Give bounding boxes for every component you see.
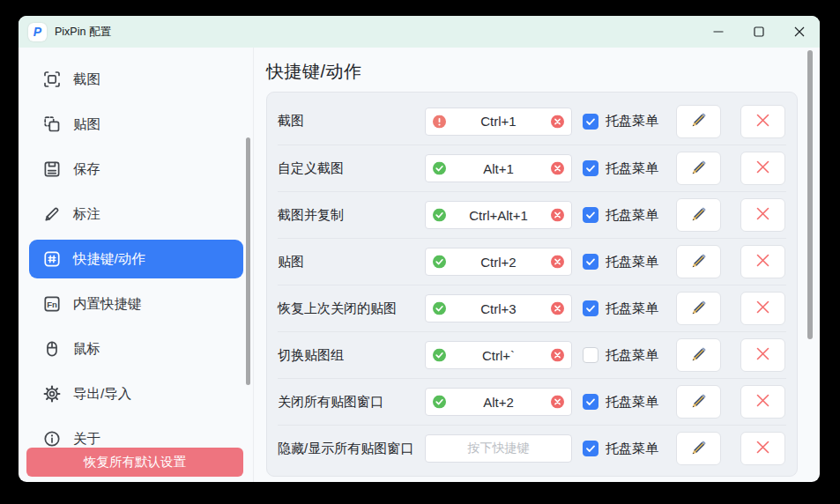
clear-hotkey-icon[interactable] xyxy=(551,162,564,175)
clear-hotkey-icon[interactable] xyxy=(551,115,564,128)
pencil-icon xyxy=(690,392,708,412)
clear-hotkey-icon[interactable] xyxy=(551,256,564,269)
hotkey-input[interactable]: Ctrl+2 xyxy=(425,248,572,276)
pencil-icon xyxy=(690,299,708,319)
sidebar-item-label: 标注 xyxy=(73,205,100,224)
delete-hotkey-button[interactable] xyxy=(740,198,785,232)
sidebar-item-7[interactable]: 鼠标 xyxy=(29,330,243,368)
hotkey-row-label: 截图并复制 xyxy=(278,207,425,224)
sidebar-item-5[interactable]: 快捷键/动作 xyxy=(29,240,243,278)
sidebar-item-3[interactable]: 保存 xyxy=(29,150,243,189)
edit-hotkey-button[interactable] xyxy=(676,105,721,138)
clear-hotkey-icon[interactable] xyxy=(551,209,564,222)
edit-hotkey-button[interactable] xyxy=(676,152,721,185)
tray-menu-checkbox[interactable] xyxy=(583,441,598,456)
svg-text:Fn: Fn xyxy=(47,300,57,309)
pencil-icon xyxy=(690,439,708,459)
sidebar-item-label: 内置快捷键 xyxy=(73,295,142,314)
pencil-icon xyxy=(690,252,708,272)
hotkey-valid-icon xyxy=(433,396,446,409)
hotkey-value: 按下快捷键 xyxy=(468,441,530,456)
page-title: 快捷键/动作 xyxy=(266,60,820,84)
hotkey-value: Ctrl+2 xyxy=(480,255,516,270)
delete-hotkey-button[interactable] xyxy=(740,292,785,325)
tray-menu-checkbox[interactable] xyxy=(583,207,598,223)
edit-hotkey-button[interactable] xyxy=(676,198,721,232)
delete-hotkey-button[interactable] xyxy=(740,152,785,185)
hotkey-value: Ctrl+3 xyxy=(480,301,516,316)
sidebar-item-6[interactable]: Fn 内置快捷键 xyxy=(29,285,243,323)
export-import-icon xyxy=(42,384,62,404)
clear-hotkey-icon[interactable] xyxy=(551,349,564,362)
hotkey-row-label: 自定义截图 xyxy=(278,160,425,177)
pixpin-config-window: P PixPin 配置 截图 贴图 xyxy=(19,16,820,482)
sidebar-item-1[interactable]: 截图 xyxy=(29,60,243,99)
edit-hotkey-button[interactable] xyxy=(676,245,721,278)
hotkey-row: 截图并复制 Ctrl+Alt+1 托盘菜单 xyxy=(278,191,786,238)
edit-hotkey-button[interactable] xyxy=(676,385,721,419)
sidebar-item-label: 快捷键/动作 xyxy=(73,250,145,269)
hotkey-value: Alt+2 xyxy=(483,395,514,410)
tray-menu-label: 托盘菜单 xyxy=(606,160,658,177)
pencil-icon xyxy=(690,159,708,179)
delete-x-icon xyxy=(755,206,770,224)
restore-defaults-button[interactable]: 恢复所有默认设置 xyxy=(26,448,243,477)
tray-menu-checkbox[interactable] xyxy=(583,300,598,316)
close-button[interactable] xyxy=(779,16,820,48)
hotkey-input[interactable]: Alt+2 xyxy=(425,388,572,416)
tray-menu-checkbox[interactable] xyxy=(583,254,598,270)
tray-menu-option: 托盘菜单 xyxy=(583,347,658,364)
tray-menu-checkbox[interactable] xyxy=(583,114,598,130)
delete-hotkey-button[interactable] xyxy=(740,432,785,465)
delete-hotkey-button[interactable] xyxy=(740,338,785,372)
hotkey-input[interactable]: 按下快捷键 xyxy=(425,434,572,463)
hotkey-value: Ctrl+Alt+1 xyxy=(469,208,528,223)
clear-hotkey-icon[interactable] xyxy=(551,302,564,315)
sidebar-scrollbar[interactable] xyxy=(246,137,250,385)
hotkey-valid-icon xyxy=(433,162,446,175)
hotkey-row: 贴图 Ctrl+2 托盘菜单 xyxy=(278,238,786,285)
delete-hotkey-button[interactable] xyxy=(740,385,785,419)
edit-hotkey-button[interactable] xyxy=(676,432,721,465)
hotkey-input[interactable]: Ctrl+3 xyxy=(425,294,572,322)
tray-menu-checkbox[interactable] xyxy=(583,394,598,410)
hotkey-warning-icon xyxy=(433,115,446,128)
clear-hotkey-icon[interactable] xyxy=(551,396,564,409)
delete-x-icon xyxy=(755,159,770,177)
sidebar-item-4[interactable]: 标注 xyxy=(29,195,243,233)
hotkey-input[interactable]: Ctrl+Alt+1 xyxy=(425,201,572,229)
hotkey-row: 隐藏/显示所有贴图窗口 按下快捷键 托盘菜单 xyxy=(278,425,786,471)
delete-x-icon xyxy=(755,393,770,411)
app-logo-letter: P xyxy=(33,26,41,38)
delete-hotkey-button[interactable] xyxy=(740,245,785,278)
hotkey-valid-icon xyxy=(433,256,446,269)
hotkey-row: 自定义截图 Alt+1 托盘菜单 xyxy=(278,145,786,191)
hotkey-input[interactable]: Ctrl+` xyxy=(425,341,572,369)
app-logo: P xyxy=(28,23,47,41)
maximize-button[interactable] xyxy=(739,16,779,48)
content-scrollbar[interactable] xyxy=(807,50,813,339)
sidebar-item-2[interactable]: 贴图 xyxy=(29,105,243,144)
hotkey-input[interactable]: Ctrl+1 xyxy=(425,107,572,136)
minimize-icon xyxy=(713,26,724,37)
sidebar-item-label: 导出/导入 xyxy=(73,385,131,404)
hotkey-row-label: 切换贴图组 xyxy=(278,347,425,364)
tray-menu-option: 托盘菜单 xyxy=(583,441,658,457)
sidebar-item-8[interactable]: 导出/导入 xyxy=(29,374,243,413)
edit-hotkey-button[interactable] xyxy=(676,292,721,325)
minimize-button[interactable] xyxy=(698,16,739,48)
hotkey-input[interactable]: Alt+1 xyxy=(425,154,572,182)
hotkey-icon xyxy=(42,249,62,269)
tray-menu-option: 托盘菜单 xyxy=(583,113,658,130)
edit-hotkey-button[interactable] xyxy=(676,338,721,372)
tray-menu-label: 托盘菜单 xyxy=(606,300,658,317)
tray-menu-checkbox[interactable] xyxy=(583,347,598,363)
delete-x-icon xyxy=(755,253,770,271)
tray-menu-label: 托盘菜单 xyxy=(606,207,658,224)
about-icon xyxy=(42,429,62,448)
hotkey-row: 恢复上次关闭的贴图 Ctrl+3 托盘菜单 xyxy=(278,285,786,331)
tray-menu-option: 托盘菜单 xyxy=(583,254,658,271)
delete-hotkey-button[interactable] xyxy=(740,105,785,138)
tray-menu-checkbox[interactable] xyxy=(583,160,598,176)
hotkey-panel: 截图 Ctrl+1 托盘菜单 xyxy=(266,92,798,477)
